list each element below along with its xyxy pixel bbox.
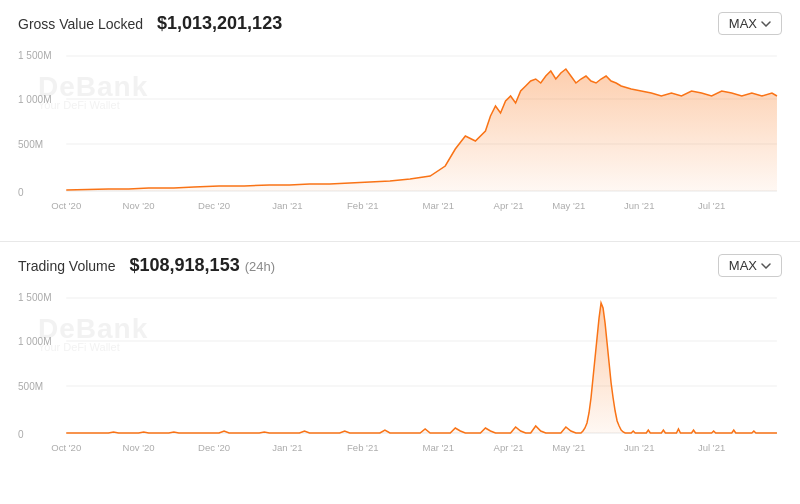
- svg-text:Oct '20: Oct '20: [51, 200, 81, 211]
- tv-chart: DeBank Your DeFi Wallet 1 500M 1 000M 50…: [18, 283, 782, 483]
- svg-text:Dec '20: Dec '20: [198, 442, 230, 453]
- svg-text:0: 0: [18, 187, 24, 198]
- svg-text:Dec '20: Dec '20: [198, 200, 230, 211]
- tv-title: Trading Volume: [18, 258, 116, 274]
- svg-text:1 500M: 1 500M: [18, 292, 52, 303]
- svg-text:May '21: May '21: [552, 200, 585, 211]
- gvl-dropdown-label: MAX: [729, 16, 757, 31]
- tv-dropdown-label: MAX: [729, 258, 757, 273]
- tv-value-sub: (24h): [245, 259, 275, 274]
- svg-text:Jan '21: Jan '21: [272, 200, 302, 211]
- svg-text:1 500M: 1 500M: [18, 50, 52, 61]
- svg-text:Jun '21: Jun '21: [624, 442, 654, 453]
- svg-text:Nov '20: Nov '20: [123, 442, 155, 453]
- gvl-timerange-dropdown[interactable]: MAX: [718, 12, 782, 35]
- svg-text:Apr '21: Apr '21: [494, 200, 524, 211]
- svg-text:Feb '21: Feb '21: [347, 200, 379, 211]
- svg-text:Jul '21: Jul '21: [698, 200, 725, 211]
- tv-header: Trading Volume $108,918,153 (24h) MAX: [18, 254, 782, 277]
- gvl-title: Gross Value Locked: [18, 16, 143, 32]
- svg-text:Jan '21: Jan '21: [272, 442, 302, 453]
- tv-value: $108,918,153 (24h): [130, 255, 275, 276]
- svg-text:Oct '20: Oct '20: [51, 442, 81, 453]
- svg-text:Jun '21: Jun '21: [624, 200, 654, 211]
- gvl-header-left: Gross Value Locked $1,013,201,123: [18, 13, 282, 34]
- svg-text:Apr '21: Apr '21: [494, 442, 524, 453]
- svg-text:500M: 500M: [18, 381, 43, 392]
- svg-text:500M: 500M: [18, 139, 43, 150]
- gvl-header: Gross Value Locked $1,013,201,123 MAX: [18, 12, 782, 35]
- svg-text:Jul '21: Jul '21: [698, 442, 725, 453]
- gvl-value: $1,013,201,123: [157, 13, 282, 34]
- tv-watermark-sub: Your DeFi Wallet: [38, 341, 120, 353]
- svg-text:Mar '21: Mar '21: [422, 442, 454, 453]
- gvl-watermark-sub: Your DeFi Wallet: [38, 99, 120, 111]
- svg-text:Feb '21: Feb '21: [347, 442, 379, 453]
- svg-text:May '21: May '21: [552, 442, 585, 453]
- chevron-down-icon-2: [761, 263, 771, 269]
- svg-text:Nov '20: Nov '20: [123, 200, 155, 211]
- tv-header-left: Trading Volume $108,918,153 (24h): [18, 255, 275, 276]
- gvl-section: Gross Value Locked $1,013,201,123 MAX De…: [0, 0, 800, 241]
- tv-section: Trading Volume $108,918,153 (24h) MAX De…: [0, 242, 800, 491]
- svg-text:Mar '21: Mar '21: [422, 200, 454, 211]
- gvl-chart: DeBank Your DeFi Wallet 1 500M 1 000M 50…: [18, 41, 782, 241]
- chevron-down-icon: [761, 21, 771, 27]
- svg-text:0: 0: [18, 429, 24, 440]
- tv-value-main: $108,918,153: [130, 255, 240, 275]
- gvl-watermark: DeBank Your DeFi Wallet: [38, 71, 148, 111]
- tv-timerange-dropdown[interactable]: MAX: [718, 254, 782, 277]
- tv-watermark: DeBank Your DeFi Wallet: [38, 313, 148, 353]
